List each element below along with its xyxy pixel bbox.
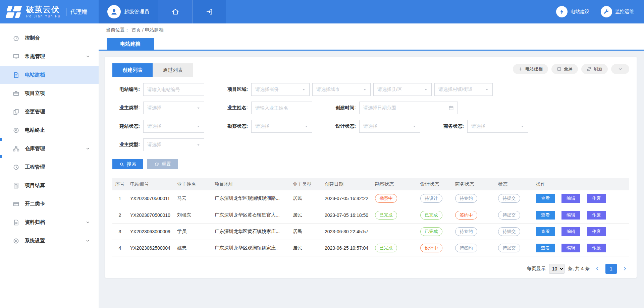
cell-owner-name: 学员	[174, 223, 212, 240]
sidebar-item-station-filing[interactable]: 电站建档	[0, 66, 99, 84]
card-toolbar: 电站建档 全屏 刷新	[513, 64, 629, 77]
nav-item-label: 电站建设	[571, 9, 589, 15]
sidebar-item-console[interactable]: 控制台	[0, 29, 99, 47]
edit-button[interactable]: 编辑	[561, 211, 580, 220]
breadcrumb-path[interactable]: 首页 / 电站建档	[131, 27, 164, 33]
sidebar-item-station-termination[interactable]: 电站终止	[0, 121, 99, 139]
logout-button[interactable]	[192, 0, 226, 23]
lightning-icon	[559, 9, 565, 15]
void-button[interactable]: 作废	[587, 227, 606, 236]
province-select[interactable]: 请选择省份	[251, 83, 310, 96]
home-button[interactable]	[158, 0, 192, 23]
sidebar-item-change-management[interactable]: 变更管理	[0, 103, 99, 121]
status-badge: 待提交	[498, 244, 520, 252]
tab-create-list[interactable]: 创建列表	[112, 63, 153, 77]
filter-label: 项目区域:	[220, 86, 248, 93]
select-placeholder: 请选择	[363, 123, 377, 129]
cell-created-date: 2023-07-05 16:42:22	[322, 190, 372, 207]
filter-group: 设计状态:请选择	[328, 120, 420, 133]
sidebar-item-label: 开二类卡	[25, 201, 45, 207]
survey-status-select[interactable]: 请选择	[251, 120, 312, 133]
sidebar-item-system-settings[interactable]: 系统设置	[0, 232, 99, 250]
sidebar-item-label: 系统设置	[25, 238, 45, 244]
nav-item-monitor-ops[interactable]: 监控运维	[601, 6, 634, 17]
created-range-picker[interactable]: 请选择日期范围	[359, 102, 458, 114]
void-button[interactable]: 作废	[587, 211, 606, 220]
cell-station-code: YX2023062500004	[127, 240, 174, 256]
sidebar-item-engineering-management[interactable]: 工程管理	[0, 158, 99, 176]
edit-button[interactable]: 编辑	[561, 227, 580, 236]
cell-status: 已完成	[418, 207, 452, 223]
cell-status: 设计中	[418, 240, 452, 256]
page-tab-station-filing[interactable]: 电站建档	[107, 38, 154, 50]
station-code-filter-input[interactable]	[147, 87, 200, 92]
owner-name-filter-input[interactable]	[255, 105, 308, 111]
status-badge: 待签约	[455, 227, 477, 236]
sidebar-item-label: 控制台	[25, 35, 40, 41]
refresh-button[interactable]: 刷新	[581, 64, 608, 74]
filter-group: 勘察状态:请选择	[220, 120, 312, 133]
sitemap-icon	[13, 145, 19, 152]
cell-address: 广东深圳龙华区观澜镇姚家庄...	[212, 240, 290, 256]
filter-group: 业主类型:请选择	[112, 138, 204, 151]
page-size-select[interactable]: 10	[549, 264, 565, 274]
owner-name-filter[interactable]	[251, 102, 312, 114]
calendar-icon	[448, 105, 454, 111]
caret-down-icon	[424, 88, 428, 91]
edit-button[interactable]: 编辑	[561, 194, 580, 203]
calculator-icon	[13, 182, 19, 189]
button-label: 重置	[162, 161, 171, 167]
sidebar-item-data-archive[interactable]: 资料归档	[0, 213, 99, 232]
search-button[interactable]: 搜索	[112, 159, 143, 169]
sidebar-item-general-management[interactable]: 常规管理	[0, 47, 99, 66]
nav-item-station-build[interactable]: 电站建设	[556, 6, 589, 17]
design-status-select[interactable]: 请选择	[359, 120, 420, 133]
status-badge: 待提交	[498, 194, 520, 203]
cell-owner-name: 刘强东	[174, 207, 212, 223]
user-menu[interactable]: 超级管理员	[99, 0, 158, 23]
tab-passed-list[interactable]: 通过列表	[153, 63, 193, 77]
void-button[interactable]: 作废	[587, 244, 606, 252]
status-badge: 已完成	[420, 211, 442, 220]
cell-created-date: 2023-07-05 16:18:50	[322, 207, 372, 223]
cell-status: 待签约	[452, 240, 495, 256]
build-status-select[interactable]: 请选择	[143, 120, 204, 133]
station-code-filter[interactable]	[143, 83, 204, 96]
void-button[interactable]: 作废	[587, 194, 606, 203]
filter-row: 电站编号:项目区域:请选择省份请选择城市请选择县/区请选择村镇/街道	[112, 83, 629, 96]
city-select[interactable]: 请选择城市	[312, 83, 371, 96]
sidebar-item-project-initiation[interactable]: 项目立项	[0, 84, 99, 103]
owner-type2-select[interactable]: 请选择	[143, 138, 204, 151]
create-station-button[interactable]: 电站建档	[513, 64, 548, 74]
cell-station-code: YX2023063000009	[127, 223, 174, 240]
fullscreen-button[interactable]: 全屏	[551, 64, 578, 74]
view-button[interactable]: 查看	[536, 244, 555, 252]
business-status-select[interactable]: 请选择	[467, 120, 528, 133]
owner-type-select[interactable]: 请选择	[143, 102, 204, 114]
cell-owner-type: 居民	[290, 223, 322, 240]
reset-button[interactable]: 重置	[147, 159, 178, 169]
page-number-button[interactable]: 1	[605, 264, 617, 274]
prev-page-button[interactable]	[595, 266, 600, 271]
sidebar-item-project-settlement[interactable]: 项目结算	[0, 176, 99, 195]
view-button[interactable]: 查看	[536, 194, 555, 203]
sidebar-item-open-type2-card[interactable]: 开二类卡	[0, 195, 99, 213]
view-button[interactable]: 查看	[536, 211, 555, 220]
district-select[interactable]: 请选择县/区	[373, 83, 432, 96]
sidebar-item-warehouse-management[interactable]: 仓库管理	[0, 139, 99, 158]
next-page-button[interactable]	[622, 266, 627, 271]
column-header: 创建日期	[322, 178, 372, 190]
filter-label: 建站状态:	[112, 123, 140, 129]
filter-group: 电站编号:	[112, 83, 204, 96]
column-header: 状态	[495, 178, 533, 190]
status-badge: 待提交	[498, 227, 520, 236]
view-button[interactable]: 查看	[536, 227, 555, 236]
filter-group: 项目区域:请选择省份请选择城市请选择县/区请选择村镇/街道	[220, 83, 493, 96]
home-icon	[172, 8, 179, 15]
target-icon	[13, 127, 19, 134]
collapse-button[interactable]	[611, 64, 629, 74]
town-select[interactable]: 请选择村镇/街道	[434, 83, 493, 96]
edit-button[interactable]: 编辑	[561, 244, 580, 252]
pagination: 每页显示 10 条, 共 4 条 1	[112, 264, 629, 274]
breadcrumb: 当前位置： 首页 / 电站建档	[99, 23, 644, 37]
